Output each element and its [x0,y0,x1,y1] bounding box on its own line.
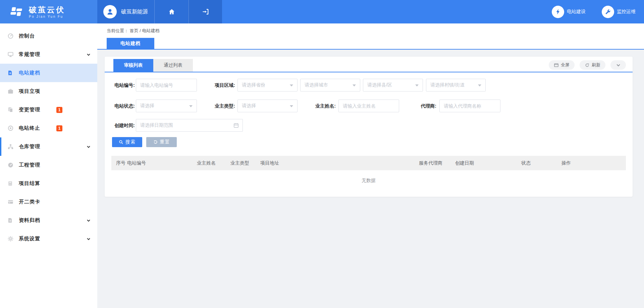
credit-card-icon [7,199,15,205]
breadcrumb-prefix: 当前位置： [107,28,128,33]
nav-monitor-ops[interactable]: 监控运维 [602,6,636,18]
created-time-label: 创建时间: [108,119,135,132]
monitor-icon [7,51,15,58]
station-no-label: 电站编号: [108,79,135,91]
sidebar-item-project-initiation[interactable]: 项目立项 [0,82,97,101]
brand-name: 破茧云伏 [29,5,65,14]
panel-tools: 全屏 刷新 [549,60,626,70]
top-bar: 破茧云伏 Po Jian Yun Fu 破茧新能源 [0,0,644,23]
sidebar-item-general-mgmt[interactable]: 常规管理 [0,45,97,64]
column-header: 业主姓名 [197,160,230,166]
column-header: 业主类型 [230,160,260,166]
chevron-down-icon [616,63,621,67]
province-select[interactable]: 请选择省份 [237,79,298,91]
gear-icon [7,236,15,242]
fullscreen-button[interactable]: 全屏 [549,60,575,70]
dashboard-icon [7,33,15,40]
select-arrow-icon [290,84,293,86]
calendar-icon [233,122,239,128]
calculator-icon [7,180,15,187]
results-table: 序号 电站编号 业主姓名 业主类型 项目地址 服务代理商 创建日期 状态 操作 … [111,156,626,191]
station-status-select[interactable]: 请选择 [136,100,197,112]
tab-review-list[interactable]: 审核列表 [113,59,153,72]
top-bar-middle: 破茧新能源 [97,0,222,23]
brand-logo-icon [9,6,24,18]
search-icon [119,140,123,144]
sidebar-item-station-archive[interactable]: 电站建档 [0,64,97,82]
collapse-panel-button[interactable] [610,60,626,70]
sidebar-item-warehouse-mgmt[interactable]: 仓库管理 [0,137,97,156]
chevron-down-icon [87,219,91,223]
reset-icon [153,140,158,144]
wrench-icon [602,6,614,18]
region-label: 项目区域: [208,79,235,91]
home-button[interactable] [154,0,189,23]
column-header: 项目地址 [260,160,419,166]
agent-input[interactable] [439,100,500,112]
owner-type-select[interactable]: 请选择 [237,100,298,112]
owner-type-label: 业主类型: [208,100,235,112]
station-no-input[interactable] [136,79,197,91]
reset-button[interactable]: 重置 [146,137,177,147]
breadcrumb-strip: 当前位置： 首页 / 电站建档 电站建档 [97,23,644,50]
column-header: 创建日期 [455,160,521,166]
logout-icon [202,8,209,15]
column-header: 电站编号 [127,160,197,166]
column-header: 序号 [116,160,127,166]
logout-button[interactable] [189,0,222,23]
owner-name-input[interactable] [338,100,399,112]
speedometer-icon [7,162,15,169]
nav-station-build[interactable]: 电站建设 [552,6,586,18]
fullscreen-icon [554,63,559,68]
home-icon [168,8,175,15]
select-arrow-icon [353,84,356,86]
column-header: 状态 [521,160,561,166]
column-header: 操作 [561,160,626,166]
app-root: 破茧云伏 Po Jian Yun Fu 破茧新能源 [0,0,644,308]
refresh-button[interactable]: 刷新 [580,60,605,70]
station-status-label: 电站状态: [108,100,135,112]
table-empty-state: 无数据 [111,170,626,191]
breadcrumb: 当前位置： 首页 / 电站建档 [107,28,159,34]
sidebar-item-station-termination[interactable]: 电站终止 1 [0,119,97,137]
agent-label: 代理商: [410,100,436,112]
chevron-down-icon [87,145,91,149]
lightning-icon [552,6,564,18]
breadcrumb-path: 首页 / 电站建档 [130,28,160,33]
top-bar-nav: 电站建设 监控运维 [552,0,636,23]
sidebar-item-change-mgmt[interactable]: 变更管理 1 [0,101,97,119]
sidebar-item-project-settlement[interactable]: 项目结算 [0,174,97,193]
user-menu[interactable]: 破茧新能源 [97,0,154,23]
briefcase-icon [7,88,15,95]
refresh-icon [585,63,590,68]
sidebar-item-open-card[interactable]: 开二类卡 [0,193,97,211]
city-select[interactable]: 请选择城市 [300,79,360,91]
sidebar-item-data-archive[interactable]: 资料归档 [0,211,97,230]
district-select[interactable]: 请选择县/区 [363,79,423,91]
sidebar-item-engineering-mgmt[interactable]: 工程管理 [0,156,97,174]
search-button[interactable]: 搜索 [112,137,142,147]
brand-subtitle: Po Jian Yun Fu [29,15,65,18]
filter-panel: 审核列表 通过列表 全屏 [105,57,633,197]
document-icon [7,70,15,76]
select-arrow-icon [189,105,193,107]
column-header: 服务代理商 [419,160,455,166]
sitemap-icon [7,143,15,150]
copy-files-icon [7,107,15,113]
sidebar: 控制台 常规管理 电站建档 [0,23,97,308]
target-icon [7,125,15,132]
sidebar-item-system-settings[interactable]: 系统设置 [0,230,97,248]
main-content: 审核列表 通过列表 全屏 [97,50,644,308]
table-header-row: 序号 电站编号 业主姓名 业主类型 项目地址 服务代理商 创建日期 状态 操作 [111,156,626,170]
company-name: 破茧新能源 [121,8,148,15]
select-arrow-icon [478,84,481,86]
file-archive-icon [7,217,15,224]
date-range-input[interactable]: 请选择日期范围 [136,119,243,132]
notification-badge: 1 [56,125,62,131]
tab-passed-list[interactable]: 通过列表 [153,59,193,72]
chevron-down-icon [87,237,91,241]
sidebar-item-console[interactable]: 控制台 [0,27,97,45]
village-select[interactable]: 请选择村镇/街道 [426,79,486,91]
notification-badge: 1 [56,107,62,113]
page-tab-station-archive[interactable]: 电站建档 [107,38,154,49]
